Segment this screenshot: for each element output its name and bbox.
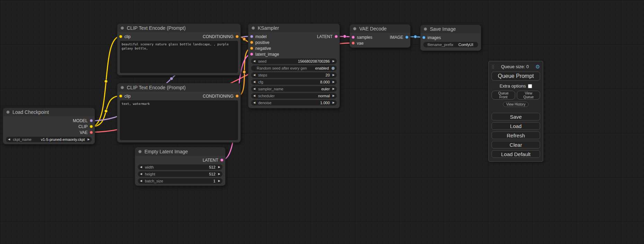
arrow-left-icon[interactable]: ◀ <box>253 88 255 90</box>
arrow-left-icon[interactable]: ◀ <box>8 138 10 141</box>
negative-prompt-textarea[interactable]: text, watermark <box>120 100 238 140</box>
input-row: positive <box>248 39 339 45</box>
arrow-right-icon[interactable]: ▶ <box>333 74 335 76</box>
model-output-port[interactable] <box>90 119 93 122</box>
conditioning-output-port[interactable] <box>236 94 239 98</box>
negative-input-port[interactable] <box>250 47 253 50</box>
node-load-checkpoint[interactable]: Load Checkpoint MODEL CLIP VAE <box>3 108 95 144</box>
node-title-bar[interactable]: CLIP Text Encode (Prompt) <box>117 83 240 92</box>
arrow-right-icon[interactable]: ▶ <box>333 88 335 90</box>
model-input-port[interactable] <box>250 35 253 38</box>
arrow-left-icon[interactable]: ◀ <box>140 166 142 169</box>
collapse-dot-icon[interactable] <box>138 150 142 153</box>
widget-random-seed-toggle[interactable]: Random seed after every gen enabled <box>251 65 337 71</box>
node-ksampler[interactable]: KSampler model LATENT positive <box>248 24 340 108</box>
arrow-left-icon[interactable]: ◀ <box>140 173 142 175</box>
node-title-bar[interactable]: CLIP Text Encode (Prompt) <box>117 24 240 32</box>
widget-seed[interactable]: ◀ seed 156680208700286 ▶ <box>251 58 337 64</box>
latent-output-port[interactable] <box>220 159 223 162</box>
widget-sampler-name[interactable]: ◀ sampler_name euler ▶ <box>251 86 337 92</box>
samples-input-port[interactable] <box>352 36 355 39</box>
widget-steps[interactable]: ◀ steps 20 ▶ <box>251 72 337 78</box>
clip-output-label: CLIP <box>78 124 88 129</box>
extra-options-checkbox[interactable] <box>528 84 532 88</box>
node-title-bar[interactable]: VAE Decode <box>350 25 410 33</box>
widget-value: 20 <box>326 73 330 77</box>
arrow-right-icon[interactable]: ▶ <box>333 94 335 97</box>
widget-label: height <box>145 172 155 176</box>
arrow-left-icon[interactable]: ◀ <box>140 180 142 182</box>
collapse-dot-icon[interactable] <box>252 26 255 30</box>
widget-label: filename_prefix <box>427 43 453 47</box>
view-queue-button[interactable]: View Queue <box>517 91 540 100</box>
arrow-left-icon[interactable]: ◀ <box>253 94 255 97</box>
node-title-bar[interactable]: Empty Latent Image <box>135 147 225 156</box>
conditioning-output-label: CONDITIONING <box>203 34 233 39</box>
refresh-button[interactable]: Refresh <box>492 132 540 139</box>
positive-input-port[interactable] <box>250 41 253 44</box>
wire-midpoint-dot <box>414 35 417 38</box>
view-history-button[interactable]: View History <box>503 102 528 107</box>
collapse-dot-icon[interactable] <box>121 26 124 30</box>
clear-button[interactable]: Clear <box>492 141 540 148</box>
queue-front-button[interactable]: Queue Front <box>492 91 515 100</box>
latent-image-input-port[interactable] <box>250 53 253 56</box>
node-title-bar[interactable]: KSampler <box>248 24 339 32</box>
load-button[interactable]: Load <box>492 122 540 130</box>
wire-midpoint-dot <box>243 71 246 74</box>
arrow-left-icon[interactable]: ◀ <box>253 60 255 63</box>
widget-denoise[interactable]: ◀ denoise 1.000 ▶ <box>251 100 337 106</box>
vae-input-port[interactable] <box>352 42 355 45</box>
arrow-right-icon[interactable]: ▶ <box>218 173 220 175</box>
node-title: CLIP Text Encode (Prompt) <box>127 85 186 90</box>
clip-input-port[interactable] <box>119 94 122 98</box>
settings-gear-icon[interactable]: ⚙ <box>536 64 540 69</box>
widget-cfg[interactable]: ◀ cfg 8.000 ▶ <box>251 79 337 85</box>
output-row: MODEL <box>3 118 95 124</box>
arrow-right-icon[interactable]: ▶ <box>218 166 220 169</box>
samples-input-label: samples <box>357 35 372 40</box>
clip-output-port[interactable] <box>90 125 93 128</box>
image-output-port[interactable] <box>405 36 408 39</box>
arrow-right-icon[interactable]: ▶ <box>333 81 335 83</box>
widget-filename-prefix[interactable]: filename_prefix ComfyUI <box>423 42 478 47</box>
widget-ckpt-name[interactable]: ◀ ckpt_name v1-5-pruned-emaonly.ckpt ▶ <box>6 137 92 142</box>
queue-prompt-button[interactable]: Queue Prompt <box>492 72 540 81</box>
widget-batch-size[interactable]: ◀ batch_size 1 ▶ <box>138 178 222 184</box>
collapse-dot-icon[interactable] <box>424 27 427 31</box>
images-input-port[interactable] <box>422 36 425 39</box>
arrow-left-icon[interactable]: ◀ <box>253 74 255 76</box>
arrow-left-icon[interactable]: ◀ <box>253 81 255 83</box>
queue-buttons-row: Queue Front View Queue <box>492 91 540 100</box>
arrow-right-icon[interactable]: ▶ <box>333 101 335 104</box>
input-row: latent_image <box>248 51 339 57</box>
arrow-right-icon[interactable]: ▶ <box>333 60 335 63</box>
drag-handle-icon[interactable]: ⣿ <box>492 64 494 69</box>
arrow-left-icon[interactable]: ◀ <box>253 101 255 104</box>
widget-scheduler[interactable]: ◀ scheduler normal ▶ <box>251 93 337 99</box>
node-clip-text-encode-positive[interactable]: CLIP Text Encode (Prompt) clip CONDITION… <box>117 24 241 75</box>
arrow-right-icon[interactable]: ▶ <box>218 180 220 182</box>
node-graph-canvas[interactable]: Load Checkpoint MODEL CLIP VAE <box>0 0 644 244</box>
node-empty-latent-image[interactable]: Empty Latent Image LATENT ◀ width 512 ▶ … <box>135 147 226 186</box>
node-vae-decode[interactable]: VAE Decode samples IMAGE vae <box>350 24 411 48</box>
conditioning-output-port[interactable] <box>236 35 239 38</box>
node-title-bar[interactable]: Save Image <box>421 25 481 33</box>
load-default-button[interactable]: Load Default <box>492 150 540 158</box>
collapse-dot-icon[interactable] <box>353 27 356 30</box>
collapse-dot-icon[interactable] <box>6 110 10 114</box>
clip-input-port[interactable] <box>119 35 122 38</box>
save-button[interactable]: Save <box>492 113 540 120</box>
vae-output-port[interactable] <box>90 131 93 134</box>
images-input-label: images <box>427 35 441 40</box>
positive-prompt-textarea[interactable]: beautiful scenery nature glass bottle la… <box>120 41 238 73</box>
node-save-image[interactable]: Save Image images filename_prefix ComfyU… <box>420 25 481 51</box>
arrow-right-icon[interactable]: ▶ <box>88 138 90 141</box>
latent-output-port[interactable] <box>335 35 338 38</box>
widget-width[interactable]: ◀ width 512 ▶ <box>138 164 222 170</box>
node-clip-text-encode-negative[interactable]: CLIP Text Encode (Prompt) clip CONDITION… <box>117 83 241 143</box>
latent-output-label: LATENT <box>317 34 333 39</box>
widget-height[interactable]: ◀ height 512 ▶ <box>138 171 222 177</box>
collapse-dot-icon[interactable] <box>121 86 124 89</box>
node-title-bar[interactable]: Load Checkpoint <box>3 108 95 116</box>
